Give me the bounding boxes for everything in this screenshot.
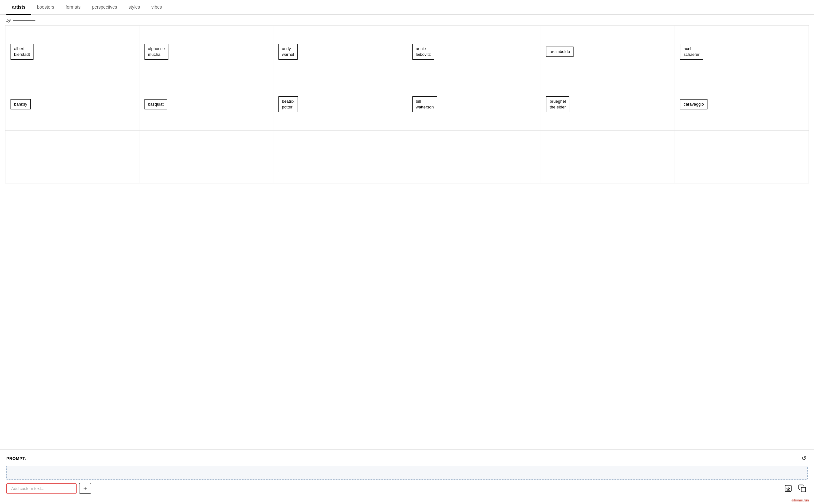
artist-cell — [541, 131, 675, 183]
artist-cell[interactable]: bill watterson — [407, 78, 541, 131]
svg-rect-3 — [801, 487, 806, 492]
artist-cell[interactable]: albert bierstadt — [5, 26, 139, 78]
artist-label: bill watterson — [412, 96, 437, 112]
tab-boosters[interactable]: boosters — [31, 0, 60, 15]
artist-label: axel schaefer — [680, 44, 703, 60]
artist-cell[interactable]: beatrix potter — [273, 78, 407, 131]
download-button[interactable] — [783, 483, 794, 494]
artist-cell[interactable]: alphonse mucha — [139, 26, 273, 78]
bottom-row: + — [6, 483, 808, 494]
artist-cell — [139, 131, 273, 183]
tab-styles[interactable]: styles — [123, 0, 146, 15]
artist-label: brueghel the elder — [546, 96, 569, 112]
footer-watermark: aihome.run — [0, 497, 814, 504]
by-row: by — [0, 15, 814, 25]
action-icons — [783, 483, 808, 494]
copy-button[interactable] — [797, 483, 808, 494]
artist-cell — [5, 131, 139, 183]
artist-cell[interactable]: caravaggio — [675, 78, 809, 131]
artist-cell[interactable]: axel schaefer — [675, 26, 809, 78]
add-button[interactable]: + — [79, 483, 91, 494]
artist-cell — [407, 131, 541, 183]
refresh-button[interactable]: ↺ — [800, 454, 808, 463]
by-label: by — [6, 18, 11, 23]
by-underline — [13, 20, 35, 21]
artist-cell[interactable]: annie leibovitz — [407, 26, 541, 78]
artist-grid: albert bierstadtalphonse muchaandy warho… — [5, 25, 809, 183]
artist-cell[interactable]: basquiat — [139, 78, 273, 131]
watermark-text: aihome.run — [791, 498, 809, 502]
artist-label: basquiat — [144, 99, 167, 109]
main-container: artistsboostersformatsperspectivesstyles… — [0, 0, 814, 504]
tab-perspectives[interactable]: perspectives — [86, 0, 123, 15]
custom-text-group: + — [6, 483, 91, 494]
tab-artists[interactable]: artists — [6, 0, 31, 15]
prompt-section: PROMPT: ↺ + — [0, 449, 814, 497]
artist-label: albert bierstadt — [11, 44, 33, 60]
artist-label: caravaggio — [680, 99, 707, 109]
artist-label: beatrix potter — [278, 96, 298, 112]
artist-label: banksy — [11, 99, 31, 109]
artist-cell[interactable]: arcimboldo — [541, 26, 675, 78]
custom-text-input[interactable] — [6, 483, 77, 494]
artist-label: annie leibovitz — [412, 44, 434, 60]
grid-area: albert bierstadtalphonse muchaandy warho… — [0, 25, 814, 449]
tabs-bar: artistsboostersformatsperspectivesstyles… — [0, 0, 814, 15]
artist-label: alphonse mucha — [144, 44, 168, 60]
artist-cell[interactable]: andy warhol — [273, 26, 407, 78]
prompt-input-area[interactable] — [6, 466, 808, 480]
prompt-header: PROMPT: ↺ — [6, 454, 808, 463]
tab-formats[interactable]: formats — [60, 0, 86, 15]
tab-vibes[interactable]: vibes — [146, 0, 168, 15]
artist-cell — [273, 131, 407, 183]
artist-label: arcimboldo — [546, 47, 573, 57]
artist-cell — [675, 131, 809, 183]
artist-cell[interactable]: banksy — [5, 78, 139, 131]
artist-cell[interactable]: brueghel the elder — [541, 78, 675, 131]
artist-label: andy warhol — [278, 44, 298, 60]
prompt-label: PROMPT: — [6, 456, 26, 461]
